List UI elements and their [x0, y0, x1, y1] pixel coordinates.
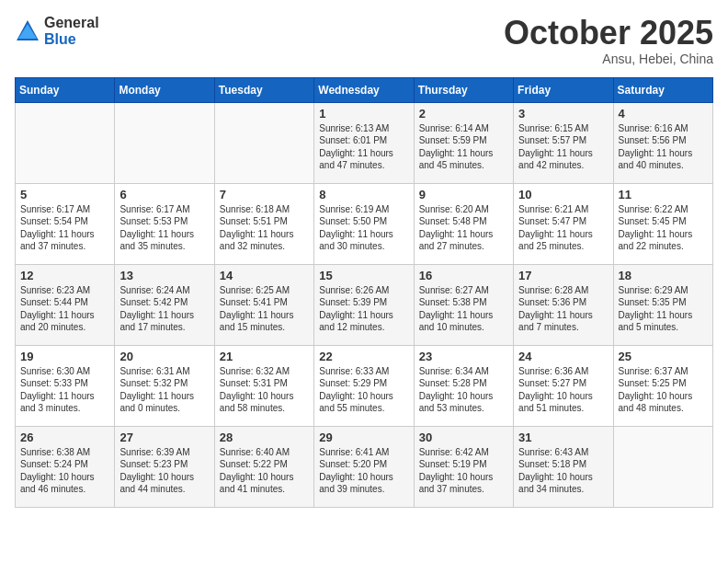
cell-sunrise-info: Sunrise: 6:41 AM Sunset: 5:20 PM Dayligh…: [319, 446, 408, 496]
calendar-cell: 14Sunrise: 6:25 AM Sunset: 5:41 PM Dayli…: [214, 264, 313, 345]
logo-blue-text: Blue: [44, 31, 99, 48]
cell-sunrise-info: Sunrise: 6:38 AM Sunset: 5:24 PM Dayligh…: [20, 446, 109, 496]
day-number: 25: [619, 350, 708, 363]
calendar-week-4: 26Sunrise: 6:38 AM Sunset: 5:24 PM Dayli…: [16, 426, 713, 507]
svg-marker-1: [18, 24, 37, 39]
calendar-cell: 28Sunrise: 6:40 AM Sunset: 5:22 PM Dayli…: [214, 426, 313, 507]
calendar-cell: 20Sunrise: 6:31 AM Sunset: 5:32 PM Dayli…: [115, 345, 214, 426]
weekday-header-sunday: Sunday: [16, 77, 115, 102]
calendar-cell: 12Sunrise: 6:23 AM Sunset: 5:44 PM Dayli…: [16, 264, 115, 345]
calendar-cell: 16Sunrise: 6:27 AM Sunset: 5:38 PM Dayli…: [414, 264, 513, 345]
calendar-cell: 5Sunrise: 6:17 AM Sunset: 5:54 PM Daylig…: [16, 183, 115, 264]
calendar-cell: 27Sunrise: 6:39 AM Sunset: 5:23 PM Dayli…: [115, 426, 214, 507]
cell-sunrise-info: Sunrise: 6:33 AM Sunset: 5:29 PM Dayligh…: [319, 365, 408, 415]
weekday-header-thursday: Thursday: [414, 77, 513, 102]
cell-sunrise-info: Sunrise: 6:43 AM Sunset: 5:18 PM Dayligh…: [518, 446, 608, 496]
cell-sunrise-info: Sunrise: 6:22 AM Sunset: 5:45 PM Dayligh…: [619, 203, 708, 253]
calendar-cell: 1Sunrise: 6:13 AM Sunset: 6:01 PM Daylig…: [314, 102, 414, 183]
cell-sunrise-info: Sunrise: 6:34 AM Sunset: 5:28 PM Dayligh…: [419, 365, 508, 415]
calendar-cell: [613, 426, 712, 507]
calendar-cell: 15Sunrise: 6:26 AM Sunset: 5:39 PM Dayli…: [314, 264, 414, 345]
day-number: 3: [518, 107, 608, 121]
cell-sunrise-info: Sunrise: 6:37 AM Sunset: 5:25 PM Dayligh…: [619, 365, 708, 415]
page-header: General Blue October 2025 Ansu, Hebei, C…: [15, 15, 713, 66]
calendar-cell: 9Sunrise: 6:20 AM Sunset: 5:48 PM Daylig…: [414, 183, 513, 264]
logo-icon: [15, 18, 40, 44]
calendar-cell: 11Sunrise: 6:22 AM Sunset: 5:45 PM Dayli…: [613, 183, 712, 264]
day-number: 31: [518, 431, 608, 444]
cell-sunrise-info: Sunrise: 6:26 AM Sunset: 5:39 PM Dayligh…: [319, 284, 408, 334]
calendar-cell: 21Sunrise: 6:32 AM Sunset: 5:31 PM Dayli…: [214, 345, 313, 426]
cell-sunrise-info: Sunrise: 6:17 AM Sunset: 5:54 PM Dayligh…: [20, 203, 109, 253]
calendar-cell: 31Sunrise: 6:43 AM Sunset: 5:18 PM Dayli…: [514, 426, 613, 507]
calendar-cell: 26Sunrise: 6:38 AM Sunset: 5:24 PM Dayli…: [16, 426, 115, 507]
cell-sunrise-info: Sunrise: 6:30 AM Sunset: 5:33 PM Dayligh…: [20, 365, 109, 415]
calendar-cell: 8Sunrise: 6:19 AM Sunset: 5:50 PM Daylig…: [314, 183, 414, 264]
day-number: 12: [20, 269, 109, 282]
calendar-cell: 4Sunrise: 6:16 AM Sunset: 5:56 PM Daylig…: [613, 102, 712, 183]
weekday-header-tuesday: Tuesday: [214, 77, 313, 102]
calendar-cell: 30Sunrise: 6:42 AM Sunset: 5:19 PM Dayli…: [414, 426, 513, 507]
calendar-cell: 22Sunrise: 6:33 AM Sunset: 5:29 PM Dayli…: [314, 345, 414, 426]
cell-sunrise-info: Sunrise: 6:19 AM Sunset: 5:50 PM Dayligh…: [319, 203, 408, 253]
calendar-cell: 25Sunrise: 6:37 AM Sunset: 5:25 PM Dayli…: [613, 345, 712, 426]
month-title: October 2025: [504, 15, 713, 52]
cell-sunrise-info: Sunrise: 6:25 AM Sunset: 5:41 PM Dayligh…: [220, 284, 309, 334]
calendar-header: SundayMondayTuesdayWednesdayThursdayFrid…: [16, 77, 713, 102]
day-number: 13: [119, 269, 209, 282]
weekday-header-saturday: Saturday: [613, 77, 712, 102]
calendar-cell: 3Sunrise: 6:15 AM Sunset: 5:57 PM Daylig…: [514, 102, 613, 183]
day-number: 17: [518, 269, 608, 282]
weekday-header-monday: Monday: [115, 77, 214, 102]
day-number: 27: [119, 431, 209, 444]
location-text: Ansu, Hebei, China: [504, 52, 713, 66]
cell-sunrise-info: Sunrise: 6:42 AM Sunset: 5:19 PM Dayligh…: [419, 446, 508, 496]
cell-sunrise-info: Sunrise: 6:29 AM Sunset: 5:35 PM Dayligh…: [619, 284, 708, 334]
day-number: 16: [419, 269, 508, 282]
day-number: 21: [220, 350, 309, 363]
calendar-cell: 23Sunrise: 6:34 AM Sunset: 5:28 PM Dayli…: [414, 345, 513, 426]
calendar-cell: 17Sunrise: 6:28 AM Sunset: 5:36 PM Dayli…: [514, 264, 613, 345]
calendar-cell: 19Sunrise: 6:30 AM Sunset: 5:33 PM Dayli…: [16, 345, 115, 426]
cell-sunrise-info: Sunrise: 6:36 AM Sunset: 5:27 PM Dayligh…: [518, 365, 608, 415]
day-number: 6: [119, 188, 209, 201]
day-number: 20: [119, 350, 209, 363]
calendar-cell: 13Sunrise: 6:24 AM Sunset: 5:42 PM Dayli…: [115, 264, 214, 345]
day-number: 15: [319, 269, 408, 282]
day-number: 29: [319, 431, 408, 444]
calendar-cell: [115, 102, 214, 183]
weekday-header-row: SundayMondayTuesdayWednesdayThursdayFrid…: [16, 77, 713, 102]
cell-sunrise-info: Sunrise: 6:15 AM Sunset: 5:57 PM Dayligh…: [518, 122, 608, 172]
cell-sunrise-info: Sunrise: 6:13 AM Sunset: 6:01 PM Dayligh…: [319, 122, 408, 172]
calendar-cell: 10Sunrise: 6:21 AM Sunset: 5:47 PM Dayli…: [514, 183, 613, 264]
day-number: 14: [220, 269, 309, 282]
calendar-table: SundayMondayTuesdayWednesdayThursdayFrid…: [15, 77, 713, 508]
cell-sunrise-info: Sunrise: 6:18 AM Sunset: 5:51 PM Dayligh…: [220, 203, 309, 253]
day-number: 18: [619, 269, 708, 282]
cell-sunrise-info: Sunrise: 6:27 AM Sunset: 5:38 PM Dayligh…: [419, 284, 508, 334]
day-number: 19: [20, 350, 109, 363]
weekday-header-wednesday: Wednesday: [314, 77, 414, 102]
day-number: 26: [20, 431, 109, 444]
cell-sunrise-info: Sunrise: 6:17 AM Sunset: 5:53 PM Dayligh…: [119, 203, 209, 253]
calendar-cell: 24Sunrise: 6:36 AM Sunset: 5:27 PM Dayli…: [514, 345, 613, 426]
cell-sunrise-info: Sunrise: 6:20 AM Sunset: 5:48 PM Dayligh…: [419, 203, 508, 253]
calendar-cell: 7Sunrise: 6:18 AM Sunset: 5:51 PM Daylig…: [214, 183, 313, 264]
day-number: 4: [619, 107, 708, 121]
day-number: 2: [419, 107, 508, 121]
day-number: 8: [319, 188, 408, 201]
cell-sunrise-info: Sunrise: 6:40 AM Sunset: 5:22 PM Dayligh…: [220, 446, 309, 496]
day-number: 11: [619, 188, 708, 201]
calendar-week-2: 12Sunrise: 6:23 AM Sunset: 5:44 PM Dayli…: [16, 264, 713, 345]
calendar-cell: 6Sunrise: 6:17 AM Sunset: 5:53 PM Daylig…: [115, 183, 214, 264]
calendar-cell: 2Sunrise: 6:14 AM Sunset: 5:59 PM Daylig…: [414, 102, 513, 183]
weekday-header-friday: Friday: [514, 77, 613, 102]
calendar-week-3: 19Sunrise: 6:30 AM Sunset: 5:33 PM Dayli…: [16, 345, 713, 426]
day-number: 10: [518, 188, 608, 201]
calendar-cell: [16, 102, 115, 183]
cell-sunrise-info: Sunrise: 6:14 AM Sunset: 5:59 PM Dayligh…: [419, 122, 508, 172]
day-number: 22: [319, 350, 408, 363]
logo-general-text: General: [44, 15, 99, 31]
cell-sunrise-info: Sunrise: 6:31 AM Sunset: 5:32 PM Dayligh…: [119, 365, 209, 415]
calendar-body: 1Sunrise: 6:13 AM Sunset: 6:01 PM Daylig…: [16, 102, 713, 507]
